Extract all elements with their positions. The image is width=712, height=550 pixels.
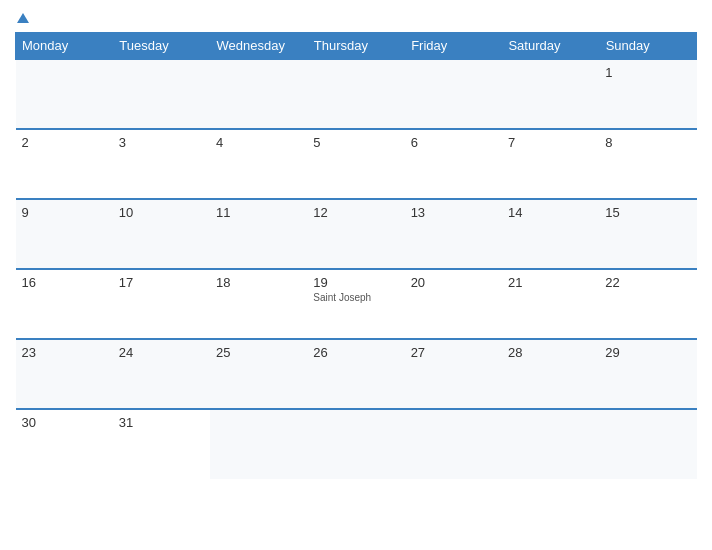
day-number: 18 [216, 275, 301, 290]
event-label: Saint Joseph [313, 292, 398, 303]
calendar-cell: 25 [210, 339, 307, 409]
logo-line1 [15, 10, 29, 24]
day-number: 6 [411, 135, 496, 150]
weekday-header-saturday: Saturday [502, 33, 599, 60]
calendar-cell: 10 [113, 199, 210, 269]
week-row-1: 2345678 [16, 129, 697, 199]
calendar-cell: 2 [16, 129, 113, 199]
day-number: 17 [119, 275, 204, 290]
calendar-cell [405, 409, 502, 479]
calendar-cell: 11 [210, 199, 307, 269]
header [15, 10, 697, 24]
weekday-header-monday: Monday [16, 33, 113, 60]
calendar-cell: 5 [307, 129, 404, 199]
calendar-cell: 8 [599, 129, 696, 199]
calendar-cell: 13 [405, 199, 502, 269]
week-row-0: 1 [16, 59, 697, 129]
calendar-cell: 29 [599, 339, 696, 409]
day-number: 13 [411, 205, 496, 220]
calendar-page: MondayTuesdayWednesdayThursdayFridaySatu… [0, 0, 712, 550]
calendar-cell: 15 [599, 199, 696, 269]
logo-triangle-icon [17, 13, 29, 23]
day-number: 24 [119, 345, 204, 360]
week-row-3: 16171819Saint Joseph202122 [16, 269, 697, 339]
calendar-cell: 19Saint Joseph [307, 269, 404, 339]
day-number: 11 [216, 205, 301, 220]
calendar-cell: 12 [307, 199, 404, 269]
calendar-cell [405, 59, 502, 129]
day-number: 7 [508, 135, 593, 150]
day-number: 22 [605, 275, 690, 290]
day-number: 8 [605, 135, 690, 150]
logo [15, 10, 29, 24]
calendar-cell [502, 409, 599, 479]
calendar-cell [307, 59, 404, 129]
day-number: 26 [313, 345, 398, 360]
calendar-cell: 7 [502, 129, 599, 199]
day-number: 29 [605, 345, 690, 360]
day-number: 12 [313, 205, 398, 220]
calendar-cell: 27 [405, 339, 502, 409]
day-number: 21 [508, 275, 593, 290]
calendar-cell: 26 [307, 339, 404, 409]
calendar-cell: 14 [502, 199, 599, 269]
day-number: 25 [216, 345, 301, 360]
day-number: 31 [119, 415, 204, 430]
week-row-4: 23242526272829 [16, 339, 697, 409]
calendar-cell: 22 [599, 269, 696, 339]
calendar-cell: 20 [405, 269, 502, 339]
calendar-cell [16, 59, 113, 129]
calendar-cell [113, 59, 210, 129]
calendar-cell: 18 [210, 269, 307, 339]
calendar-cell: 17 [113, 269, 210, 339]
calendar-cell: 30 [16, 409, 113, 479]
calendar-cell: 23 [16, 339, 113, 409]
calendar-cell [210, 409, 307, 479]
day-number: 14 [508, 205, 593, 220]
calendar-cell: 1 [599, 59, 696, 129]
calendar-cell: 31 [113, 409, 210, 479]
day-number: 28 [508, 345, 593, 360]
weekday-header-row: MondayTuesdayWednesdayThursdayFridaySatu… [16, 33, 697, 60]
day-number: 27 [411, 345, 496, 360]
weekday-header-wednesday: Wednesday [210, 33, 307, 60]
calendar-table: MondayTuesdayWednesdayThursdayFridaySatu… [15, 32, 697, 479]
weekday-header-sunday: Sunday [599, 33, 696, 60]
calendar-cell: 21 [502, 269, 599, 339]
calendar-cell: 4 [210, 129, 307, 199]
day-number: 20 [411, 275, 496, 290]
day-number: 2 [22, 135, 107, 150]
calendar-cell [502, 59, 599, 129]
day-number: 1 [605, 65, 690, 80]
calendar-cell [307, 409, 404, 479]
calendar-cell: 9 [16, 199, 113, 269]
day-number: 30 [22, 415, 107, 430]
calendar-cell [210, 59, 307, 129]
day-number: 5 [313, 135, 398, 150]
weekday-header-tuesday: Tuesday [113, 33, 210, 60]
day-number: 9 [22, 205, 107, 220]
calendar-cell: 3 [113, 129, 210, 199]
day-number: 19 [313, 275, 398, 290]
day-number: 3 [119, 135, 204, 150]
day-number: 10 [119, 205, 204, 220]
day-number: 4 [216, 135, 301, 150]
week-row-5: 3031 [16, 409, 697, 479]
calendar-cell: 28 [502, 339, 599, 409]
weekday-header-thursday: Thursday [307, 33, 404, 60]
day-number: 23 [22, 345, 107, 360]
day-number: 16 [22, 275, 107, 290]
calendar-cell [599, 409, 696, 479]
calendar-cell: 16 [16, 269, 113, 339]
week-row-2: 9101112131415 [16, 199, 697, 269]
weekday-header-friday: Friday [405, 33, 502, 60]
day-number: 15 [605, 205, 690, 220]
calendar-cell: 6 [405, 129, 502, 199]
calendar-cell: 24 [113, 339, 210, 409]
